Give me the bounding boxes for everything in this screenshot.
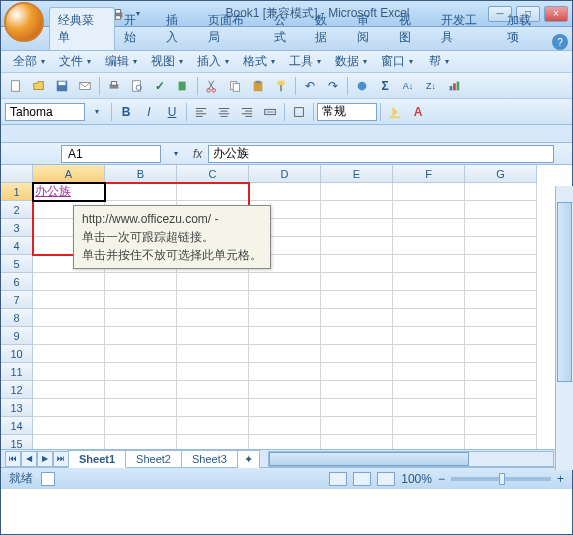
cell[interactable] xyxy=(393,417,465,435)
cell[interactable] xyxy=(33,327,105,345)
mail-icon[interactable] xyxy=(74,75,96,97)
cell[interactable] xyxy=(465,219,537,237)
cell[interactable] xyxy=(465,273,537,291)
cell[interactable] xyxy=(393,273,465,291)
cell[interactable] xyxy=(465,327,537,345)
cell[interactable] xyxy=(393,435,465,449)
cell[interactable] xyxy=(393,363,465,381)
cell[interactable] xyxy=(465,399,537,417)
cell[interactable] xyxy=(177,417,249,435)
cell[interactable] xyxy=(105,345,177,363)
menu-insert[interactable]: 插入 xyxy=(191,51,235,72)
menu-view[interactable]: 视图 xyxy=(145,51,189,72)
cell[interactable] xyxy=(465,363,537,381)
cell[interactable] xyxy=(33,435,105,449)
horizontal-scrollbar[interactable] xyxy=(268,451,554,467)
cell[interactable] xyxy=(465,417,537,435)
hyperlink-text[interactable]: 办公族 xyxy=(35,183,71,200)
view-normal-icon[interactable] xyxy=(329,472,347,486)
cell[interactable] xyxy=(33,273,105,291)
cell[interactable] xyxy=(249,435,321,449)
cell[interactable] xyxy=(249,417,321,435)
font-dropdown-icon[interactable]: ▾ xyxy=(86,101,108,123)
cell[interactable] xyxy=(465,291,537,309)
cell[interactable] xyxy=(177,399,249,417)
row-header[interactable]: 10 xyxy=(1,345,33,363)
zoom-in-icon[interactable]: + xyxy=(557,472,564,486)
tab-layout[interactable]: 页面布局 xyxy=(199,7,265,50)
new-icon[interactable] xyxy=(5,75,27,97)
cell[interactable] xyxy=(33,399,105,417)
cell[interactable] xyxy=(177,183,249,201)
cell[interactable] xyxy=(177,273,249,291)
cell[interactable] xyxy=(177,327,249,345)
cell[interactable] xyxy=(105,327,177,345)
italic-icon[interactable]: I xyxy=(138,101,160,123)
menu-window[interactable]: 窗口 xyxy=(375,51,419,72)
tab-data[interactable]: 数据 xyxy=(306,7,348,50)
worksheet-grid[interactable]: ABCDEFG1办公族23456789101112131415 http://w… xyxy=(1,165,572,449)
menu-all[interactable]: 全部 xyxy=(7,51,51,72)
align-center-icon[interactable] xyxy=(213,101,235,123)
cell[interactable] xyxy=(393,345,465,363)
spellcheck-icon[interactable]: ✓ xyxy=(149,75,171,97)
zoom-out-icon[interactable]: − xyxy=(438,472,445,486)
borders-icon[interactable] xyxy=(288,101,310,123)
cell[interactable] xyxy=(33,381,105,399)
cell[interactable] xyxy=(33,345,105,363)
cell[interactable] xyxy=(321,345,393,363)
cell[interactable] xyxy=(105,183,177,201)
cell[interactable] xyxy=(249,381,321,399)
row-header[interactable]: 7 xyxy=(1,291,33,309)
cell[interactable] xyxy=(249,345,321,363)
row-header[interactable]: 11 xyxy=(1,363,33,381)
cell[interactable] xyxy=(465,309,537,327)
redo-icon[interactable]: ↷ xyxy=(322,75,344,97)
tab-nav-prev-icon[interactable]: ◀ xyxy=(21,451,37,467)
col-header[interactable]: D xyxy=(249,165,321,183)
chart-icon[interactable] xyxy=(443,75,465,97)
row-header[interactable]: 6 xyxy=(1,273,33,291)
tab-nav-next-icon[interactable]: ▶ xyxy=(37,451,53,467)
cell[interactable] xyxy=(321,417,393,435)
cell[interactable] xyxy=(393,381,465,399)
vscroll-thumb[interactable] xyxy=(557,202,572,382)
copy-icon[interactable] xyxy=(224,75,246,97)
new-sheet-icon[interactable]: ✦ xyxy=(237,450,260,468)
cell[interactable] xyxy=(393,201,465,219)
hscroll-thumb[interactable] xyxy=(269,452,469,466)
sheet-tab-1[interactable]: Sheet1 xyxy=(68,450,126,468)
cell[interactable] xyxy=(249,273,321,291)
merge-icon[interactable] xyxy=(259,101,281,123)
menu-tools[interactable]: 工具 xyxy=(283,51,327,72)
cell[interactable] xyxy=(177,435,249,449)
print-icon[interactable] xyxy=(103,75,125,97)
menu-data[interactable]: 数据 xyxy=(329,51,373,72)
col-header[interactable]: E xyxy=(321,165,393,183)
cell[interactable] xyxy=(465,381,537,399)
cell[interactable] xyxy=(249,291,321,309)
row-header[interactable]: 3 xyxy=(1,219,33,237)
cell[interactable] xyxy=(177,345,249,363)
cell[interactable] xyxy=(465,345,537,363)
tab-review[interactable]: 审阅 xyxy=(348,7,390,50)
research-icon[interactable] xyxy=(172,75,194,97)
menu-format[interactable]: 格式 xyxy=(237,51,281,72)
cell[interactable] xyxy=(249,399,321,417)
tab-home[interactable]: 开始 xyxy=(115,7,157,50)
tab-nav-last-icon[interactable]: ⏭ xyxy=(53,451,69,467)
save-icon[interactable] xyxy=(51,75,73,97)
sum-icon[interactable]: Σ xyxy=(374,75,396,97)
row-header[interactable]: 5 xyxy=(1,255,33,273)
undo-icon[interactable]: ↶ xyxy=(299,75,321,97)
link-icon[interactable] xyxy=(351,75,373,97)
cell[interactable] xyxy=(321,399,393,417)
cell[interactable] xyxy=(321,201,393,219)
sheet-tab-2[interactable]: Sheet2 xyxy=(125,450,182,467)
select-all-corner[interactable] xyxy=(1,165,33,183)
cell[interactable] xyxy=(249,183,321,201)
tab-nav-first-icon[interactable]: ⏮ xyxy=(5,451,21,467)
cell[interactable] xyxy=(393,255,465,273)
cell[interactable] xyxy=(33,363,105,381)
tab-view[interactable]: 视图 xyxy=(390,7,432,50)
